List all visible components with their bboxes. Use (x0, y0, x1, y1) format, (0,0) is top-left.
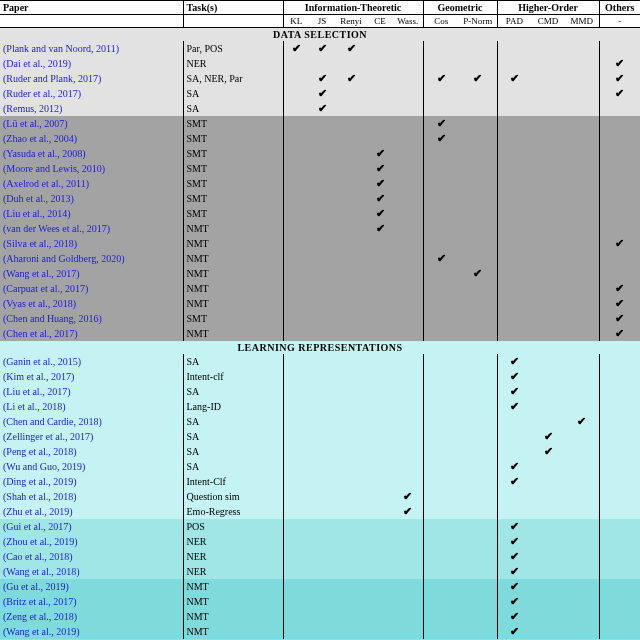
tasks-cell: NMT (183, 236, 283, 251)
paper-link[interactable]: (Liu et al., 2014) (3, 208, 70, 219)
tick-cell (335, 429, 367, 444)
paper-link[interactable]: (Vyas et al., 2018) (3, 298, 76, 309)
paper-link[interactable]: (Aharoni and Goldberg, 2020) (3, 253, 124, 264)
tick-cell (565, 459, 599, 474)
tick-cell (367, 504, 393, 519)
tick-cell (599, 489, 640, 504)
tick-cell (309, 414, 335, 429)
paper-cell: (Ruder et al., 2017) (0, 86, 183, 101)
paper-link[interactable]: (Wang et al., 2018) (3, 566, 80, 577)
tick-cell (335, 311, 367, 326)
tick-cell (423, 384, 459, 399)
paper-cell: (van der Wees et al., 2017) (0, 221, 183, 236)
tick-cell (599, 176, 640, 191)
table-row: (Li et al., 2018)Lang-ID✔ (0, 399, 640, 414)
paper-link[interactable]: (Ruder et al., 2017) (3, 88, 81, 99)
paper-link[interactable]: (Dai et al., 2019) (3, 58, 71, 69)
table-row: (Lü et al., 2007)SMT✔ (0, 116, 640, 131)
paper-link[interactable]: (Zhu et al., 2019) (3, 506, 73, 517)
paper-link[interactable]: (Ding et al., 2019) (3, 476, 77, 487)
col-ce: CE (367, 15, 393, 28)
tick-cell (531, 384, 565, 399)
tick-cell: ✔ (531, 444, 565, 459)
col-mmd: MMD (565, 15, 599, 28)
paper-link[interactable]: (Plank and van Noord, 2011) (3, 43, 119, 54)
paper-link[interactable]: (Gu et al., 2019) (3, 581, 69, 592)
paper-link[interactable]: (Wang et al., 2019) (3, 626, 80, 637)
paper-link[interactable]: (Zellinger et al., 2017) (3, 431, 93, 442)
paper-link[interactable]: (Chen et al., 2017) (3, 328, 78, 339)
tick-cell (599, 459, 640, 474)
paper-link[interactable]: (Yasuda et al., 2008) (3, 148, 86, 159)
paper-link[interactable]: (Zeng et al., 2018) (3, 611, 77, 622)
tick-cell (497, 176, 531, 191)
tick-cell (423, 281, 459, 296)
tick-cell (565, 296, 599, 311)
tick-cell (459, 519, 497, 534)
tick-cell (335, 116, 367, 131)
paper-link[interactable]: (Peng et al., 2018) (3, 446, 77, 457)
tick-cell (599, 594, 640, 609)
paper-link[interactable]: (Wang et al., 2017) (3, 268, 80, 279)
tick-cell (565, 474, 599, 489)
tick-cell (599, 504, 640, 519)
paper-link[interactable]: (van der Wees et al., 2017) (3, 223, 110, 234)
table-row: (Carpuat et al., 2017)NMT✔ (0, 281, 640, 296)
paper-link[interactable]: (Shah et al., 2018) (3, 491, 77, 502)
paper-link[interactable]: (Silva et al., 2018) (3, 238, 77, 249)
tasks-cell: SA (183, 86, 283, 101)
paper-link[interactable]: (Liu et al., 2017) (3, 386, 70, 397)
tasks-cell: Emo-Regress (183, 504, 283, 519)
tick-cell (497, 131, 531, 146)
tick-cell (565, 489, 599, 504)
tick-cell: ✔ (367, 146, 393, 161)
paper-link[interactable]: (Chen and Cardie, 2018) (3, 416, 102, 427)
paper-link[interactable]: (Moore and Lewis, 2010) (3, 163, 105, 174)
tick-cell (459, 369, 497, 384)
tick-cell (393, 86, 423, 101)
tick-cell (565, 519, 599, 534)
tick-cell: ✔ (599, 71, 640, 86)
table-row: (Wu and Guo, 2019)SA✔ (0, 459, 640, 474)
paper-link[interactable]: (Carpuat et al., 2017) (3, 283, 88, 294)
paper-cell: (Ganin et al., 2015) (0, 354, 183, 369)
paper-link[interactable]: (Ganin et al., 2015) (3, 356, 81, 367)
tick-cell (423, 41, 459, 56)
paper-link[interactable]: (Axelrod et al., 2011) (3, 178, 89, 189)
tick-cell (599, 369, 640, 384)
tick-cell (599, 534, 640, 549)
tick-cell (283, 414, 309, 429)
tick-cell (423, 459, 459, 474)
paper-link[interactable]: (Kim et al., 2017) (3, 371, 74, 382)
tick-cell (531, 519, 565, 534)
paper-link[interactable]: (Gui et al., 2017) (3, 521, 72, 532)
tick-cell (599, 251, 640, 266)
tick-cell (283, 86, 309, 101)
tick-cell (531, 311, 565, 326)
tick-cell: ✔ (309, 86, 335, 101)
tick-cell (459, 609, 497, 624)
tick-cell (367, 369, 393, 384)
tick-cell (565, 206, 599, 221)
paper-link[interactable]: (Zhao et al., 2004) (3, 133, 77, 144)
paper-link[interactable]: (Zhou et al., 2019) (3, 536, 78, 547)
paper-link[interactable]: (Britz et al., 2017) (3, 596, 77, 607)
paper-link[interactable]: (Chen and Huang, 2016) (3, 313, 102, 324)
tick-cell (565, 266, 599, 281)
tick-cell (497, 236, 531, 251)
tick-cell (283, 191, 309, 206)
paper-link[interactable]: (Li et al., 2018) (3, 401, 65, 412)
tick-cell: ✔ (497, 519, 531, 534)
paper-link[interactable]: (Lü et al., 2007) (3, 118, 68, 129)
tick-cell (335, 221, 367, 236)
tasks-cell: NMT (183, 251, 283, 266)
paper-link[interactable]: (Duh et al., 2013) (3, 193, 74, 204)
tick-cell (393, 266, 423, 281)
paper-link[interactable]: (Ruder and Plank, 2017) (3, 73, 101, 84)
paper-link[interactable]: (Remus, 2012) (3, 103, 62, 114)
tick-cell: ✔ (309, 71, 335, 86)
paper-link[interactable]: (Cao et al., 2018) (3, 551, 73, 562)
table-row: (Ruder and Plank, 2017)SA, NER, Par✔✔✔✔✔… (0, 71, 640, 86)
paper-link[interactable]: (Wu and Guo, 2019) (3, 461, 85, 472)
tick-cell: ✔ (531, 429, 565, 444)
